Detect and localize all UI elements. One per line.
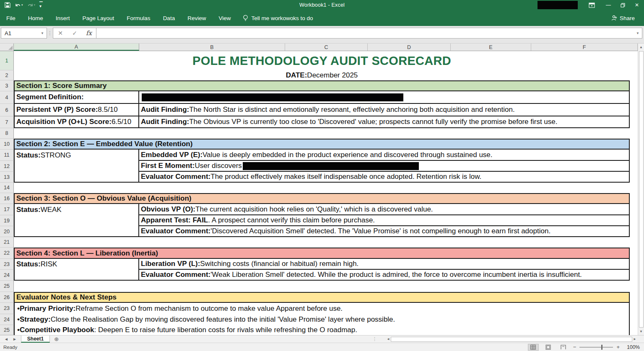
vertical-scroll-thumb[interactable] <box>639 51 644 328</box>
add-sheet-icon[interactable]: ⊕ <box>54 336 59 342</box>
row-header-4[interactable]: 4 <box>0 91 14 104</box>
section-header[interactable]: Evaluator Notes & Next Steps <box>14 292 630 303</box>
column-header-F[interactable]: F <box>531 44 638 51</box>
column-header-B[interactable]: B <box>139 44 285 51</box>
zoom-in-icon[interactable]: + <box>616 344 620 350</box>
cell-A23[interactable]: Status: RISK <box>14 259 139 270</box>
close-button[interactable]: ✕ <box>630 0 644 10</box>
row-header-17[interactable]: 17 <box>0 204 14 215</box>
ribbon-tab-page-layout[interactable]: Page Layout <box>76 10 121 26</box>
row-header-11[interactable]: 11 <box>0 150 14 161</box>
note-row[interactable]: • Strategy: Close the Realisation Gap by… <box>14 314 630 325</box>
row-header-16[interactable]: 16 <box>0 193 14 204</box>
cell-A20[interactable] <box>14 226 139 237</box>
row-header-21[interactable]: 21 <box>0 237 14 248</box>
cell-B11[interactable]: Embedded VP (E): Value is deeply embedde… <box>139 150 630 161</box>
cell-B23[interactable]: Liberation VP (L): Switching costs (fina… <box>139 259 630 270</box>
formula-input[interactable]: ▼ <box>96 28 642 39</box>
section-header[interactable]: Section 4: Section L — Liberation (Inert… <box>14 248 630 259</box>
row-header-7[interactable]: 7 <box>0 116 14 128</box>
row-header-25[interactable]: 25 <box>0 325 14 335</box>
column-header-C[interactable]: C <box>285 44 368 51</box>
row-header-23[interactable]: 23 <box>0 303 14 314</box>
normal-view-icon[interactable] <box>528 344 539 351</box>
cell-A19[interactable] <box>14 215 139 226</box>
scroll-left-icon[interactable]: ◄ <box>387 337 390 341</box>
insert-function-icon[interactable]: fx <box>82 29 96 37</box>
sheet-tab-sheet1[interactable]: Sheet1 <box>21 336 50 343</box>
row-header-10[interactable]: 10 <box>0 139 14 150</box>
row-header-20[interactable]: 20 <box>0 226 14 237</box>
row-header-3[interactable]: 3 <box>0 80 14 91</box>
cell-A7[interactable]: Acquisition VP (O+L) Score: 6.5/10 <box>14 116 139 128</box>
section-header[interactable]: Section 2: Section E — Embedded Value (R… <box>14 139 630 150</box>
section-header[interactable]: Section 3: Section O — Obvious Value (Ac… <box>14 193 630 204</box>
next-sheet-icon[interactable]: ► <box>13 337 17 341</box>
row-header-19[interactable]: 19 <box>0 215 14 226</box>
restore-button[interactable] <box>615 0 630 10</box>
cancel-icon[interactable]: ✕ <box>53 30 68 36</box>
cell-B13[interactable]: Evaluator Comment: The product effective… <box>139 172 630 183</box>
row-header-14[interactable]: 14 <box>0 183 14 193</box>
tab-scroll-splitter[interactable]: ⋮ <box>372 336 377 342</box>
zoom-out-icon[interactable]: − <box>573 344 576 350</box>
formula-bar-splitter[interactable]: ⋮ <box>47 28 53 39</box>
cell-A11[interactable]: Status: STRONG <box>14 150 139 161</box>
column-header-A[interactable]: A <box>14 44 139 51</box>
enter-icon[interactable]: ✓ <box>68 30 82 36</box>
cell-B20[interactable]: Evaluator Comment: 'Discovered Acquisiti… <box>139 226 630 237</box>
horizontal-scrollbar[interactable]: ◄ ► <box>387 336 636 342</box>
row-header-24[interactable]: 24 <box>0 270 14 281</box>
section-header[interactable]: Section 1: Score Summary <box>14 80 630 91</box>
name-box-dropdown-icon[interactable]: ▼ <box>41 31 47 35</box>
horizontal-scroll-thumb[interactable] <box>391 337 632 342</box>
note-row[interactable]: • Competitive Playbook: Deepen E to rais… <box>14 325 630 335</box>
row-header-23[interactable]: 23 <box>0 259 14 270</box>
column-header-E[interactable]: E <box>451 44 531 51</box>
row-header-1[interactable]: 1 <box>0 51 14 70</box>
row-header-6[interactable]: 6 <box>0 104 14 116</box>
row-header-2[interactable]: 2 <box>0 70 14 80</box>
undo-dropdown-icon[interactable]: ▾ <box>21 3 23 7</box>
ribbon-display-options-icon[interactable] <box>584 0 599 10</box>
cell-A13[interactable] <box>14 172 139 183</box>
customize-qat-button[interactable]: ▔▾ <box>38 1 44 9</box>
cell-B24[interactable]: Evaluator Comment: 'Weak Liberation Smel… <box>139 270 630 281</box>
note-row[interactable]: • Primary Priority: Reframe Section O fr… <box>14 303 630 314</box>
row-header-25[interactable]: 25 <box>0 281 14 292</box>
scroll-down-icon[interactable]: ▼ <box>638 328 644 335</box>
ribbon-tab-data[interactable]: Data <box>157 10 182 26</box>
share-button[interactable]: Share <box>611 15 644 21</box>
cell-B4[interactable] <box>139 91 630 104</box>
ribbon-tab-review[interactable]: Review <box>181 10 212 26</box>
cell-A6[interactable]: Persistent VP (P) Score: 8.5/10 <box>14 104 139 116</box>
ribbon-tab-formulas[interactable]: Formulas <box>120 10 156 26</box>
row-header-13[interactable]: 13 <box>0 172 14 183</box>
minimize-button[interactable]: — <box>601 0 615 10</box>
row-header-26[interactable]: 26 <box>0 292 14 303</box>
ribbon-tab-insert[interactable]: Insert <box>49 10 76 26</box>
zoom-slider[interactable] <box>579 347 613 348</box>
zoom-slider-thumb[interactable] <box>601 345 602 350</box>
page-break-view-icon[interactable] <box>558 344 569 351</box>
prev-sheet-icon[interactable]: ◄ <box>4 337 8 341</box>
column-header-D[interactable]: D <box>368 44 451 51</box>
scroll-right-icon[interactable]: ► <box>633 337 636 341</box>
cell-A4[interactable]: Segment Definition: <box>14 91 139 104</box>
cell-A17[interactable]: Status: WEAK <box>14 204 139 215</box>
ribbon-tab-view[interactable]: View <box>212 10 237 26</box>
cell-A24[interactable] <box>14 270 139 281</box>
cell-B19[interactable]: Apparent Test: FAIL. A prospect cannot v… <box>139 215 630 226</box>
redo-button[interactable]: ▾ <box>26 1 37 9</box>
ribbon-tab-file[interactable]: File <box>0 10 22 26</box>
page-layout-view-icon[interactable] <box>543 344 554 351</box>
redo-dropdown-icon[interactable]: ▾ <box>34 3 36 7</box>
scroll-up-icon[interactable]: ▲ <box>638 44 644 51</box>
cell-B12[interactable]: First E Moment: User discovers <box>139 161 630 172</box>
undo-button[interactable]: ▾ <box>13 1 24 9</box>
ribbon-tab-home[interactable]: Home <box>22 10 49 26</box>
row-header-24[interactable]: 24 <box>0 314 14 325</box>
tell-me-box[interactable]: Tell me workowoks to do <box>237 15 313 22</box>
cell-A12[interactable] <box>14 161 139 172</box>
cell-B6[interactable]: Audit Finding: The North Star is distinc… <box>139 104 630 116</box>
